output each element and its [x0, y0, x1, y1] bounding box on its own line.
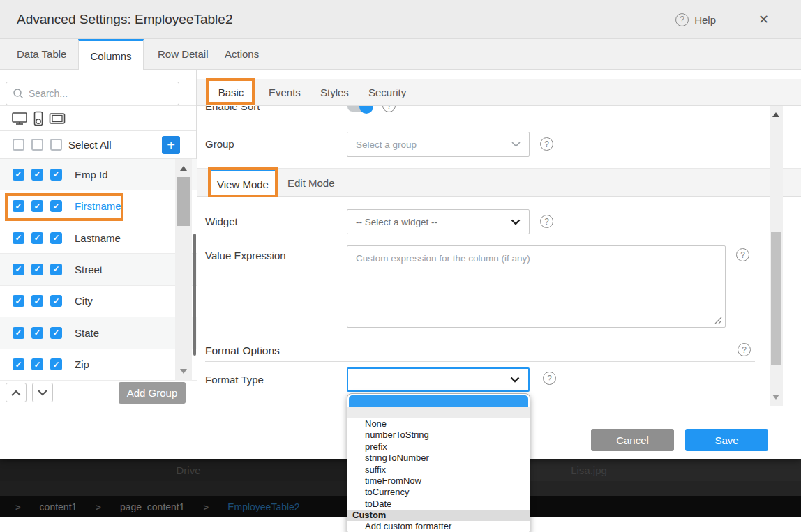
- tab-row-detail[interactable]: Row Detail: [158, 39, 209, 70]
- dropdown-option-selected-empty[interactable]: [349, 395, 528, 407]
- widget-select[interactable]: -- Select a widget --: [347, 209, 530, 234]
- dropdown-option-stringtonumber[interactable]: stringToNumber: [347, 453, 530, 464]
- tablet-icon[interactable]: [49, 112, 66, 125]
- column-label[interactable]: City: [68, 295, 93, 307]
- dialog-body: Select All + Emp Id Firstname Lastname: [0, 70, 801, 406]
- question-circle-icon[interactable]: ?: [540, 137, 553, 151]
- column-row-lastname[interactable]: Lastname: [0, 222, 197, 254]
- question-circle-icon[interactable]: ?: [382, 106, 396, 112]
- scroll-down-icon[interactable]: [180, 369, 187, 374]
- scrollbar-thumb[interactable]: [771, 232, 781, 365]
- column-row-zip[interactable]: Zip: [0, 349, 197, 381]
- move-up-button[interactable]: [6, 383, 27, 402]
- checkbox-desktop[interactable]: [13, 327, 24, 339]
- dropdown-option-none[interactable]: None: [347, 418, 530, 430]
- scroll-up-icon[interactable]: [772, 112, 779, 117]
- question-circle-icon[interactable]: ?: [540, 215, 553, 228]
- resize-handle-icon[interactable]: [714, 317, 722, 324]
- column-row-city[interactable]: City: [0, 286, 197, 317]
- group-select[interactable]: Select a group: [347, 132, 530, 157]
- breadcrumb-item-content1[interactable]: content1: [40, 501, 77, 512]
- dropdown-option-prefix[interactable]: prefix: [347, 441, 530, 453]
- list-scrollbar[interactable]: [175, 159, 192, 381]
- checkbox-desktop[interactable]: [13, 200, 24, 212]
- column-label[interactable]: State: [68, 327, 99, 339]
- save-button[interactable]: Save: [685, 429, 768, 451]
- checkbox-desktop[interactable]: [13, 264, 24, 275]
- checkbox-mobile[interactable]: [31, 295, 43, 307]
- help-label: Help: [694, 14, 716, 26]
- tab-actions[interactable]: Actions: [225, 39, 259, 70]
- question-circle-icon[interactable]: ?: [543, 372, 556, 385]
- select-all-row: Select All +: [0, 131, 196, 159]
- checkbox-tablet[interactable]: [50, 232, 62, 244]
- column-label[interactable]: Street: [68, 264, 103, 275]
- checkbox-desktop[interactable]: [13, 358, 24, 370]
- select-all-tablet-checkbox[interactable]: [50, 139, 62, 151]
- column-row-empid[interactable]: Emp Id: [0, 159, 197, 190]
- checkbox-mobile[interactable]: [31, 358, 43, 370]
- move-down-button[interactable]: [32, 383, 53, 402]
- checkbox-mobile[interactable]: [31, 264, 43, 275]
- checkbox-desktop[interactable]: [13, 169, 24, 181]
- dropdown-option-todate[interactable]: toDate: [347, 499, 530, 510]
- mobile-icon[interactable]: [33, 111, 44, 126]
- column-row-firstname[interactable]: Firstname: [0, 190, 197, 222]
- divider: [205, 361, 755, 362]
- breadcrumb-item-page-content1[interactable]: page_content1: [120, 501, 185, 512]
- column-settings-panel: Basic Events Styles Security Enable Sort…: [197, 70, 801, 406]
- checkbox-mobile[interactable]: [31, 169, 43, 181]
- close-icon[interactable]: ✕: [758, 12, 769, 27]
- help-button[interactable]: ? Help: [675, 0, 716, 39]
- checkbox-mobile[interactable]: [31, 232, 43, 244]
- scroll-down-icon[interactable]: [772, 395, 779, 400]
- checkbox-tablet[interactable]: [50, 327, 62, 339]
- tab-styles[interactable]: Styles: [320, 79, 349, 106]
- checkbox-mobile[interactable]: [31, 327, 43, 339]
- tab-basic[interactable]: Basic: [207, 79, 255, 106]
- column-label[interactable]: Firstname: [68, 200, 121, 212]
- tab-data-table[interactable]: Data Table: [17, 39, 66, 70]
- dropdown-option-add-custom-formatter[interactable]: Add custom formatter: [347, 521, 530, 532]
- checkbox-desktop[interactable]: [13, 232, 24, 244]
- column-row-state[interactable]: State: [0, 317, 197, 349]
- tab-security[interactable]: Security: [368, 79, 406, 106]
- search-input[interactable]: [29, 88, 161, 99]
- column-label[interactable]: Zip: [68, 358, 89, 370]
- dialog-title: Advanced Settings: EmployeeTable2: [17, 0, 232, 39]
- value-expression-textarea[interactable]: [347, 245, 726, 328]
- dropdown-option-numbertostring[interactable]: numberToString: [347, 430, 530, 441]
- format-type-select[interactable]: [347, 367, 530, 392]
- column-label[interactable]: Lastname: [68, 232, 121, 244]
- checkbox-mobile[interactable]: [31, 200, 43, 212]
- select-all-mobile-checkbox[interactable]: [31, 139, 43, 151]
- column-row-street[interactable]: Street: [0, 254, 197, 285]
- checkbox-tablet[interactable]: [50, 169, 62, 181]
- question-circle-icon[interactable]: ?: [736, 248, 749, 261]
- desktop-icon[interactable]: [11, 111, 28, 126]
- tab-view-mode[interactable]: View Mode: [209, 169, 276, 197]
- checkbox-tablet[interactable]: [50, 200, 62, 212]
- add-column-button[interactable]: +: [162, 136, 180, 154]
- tab-edit-mode[interactable]: Edit Mode: [287, 169, 335, 197]
- scrollbar-thumb[interactable]: [177, 177, 190, 226]
- question-circle-icon[interactable]: ?: [738, 343, 751, 356]
- column-label[interactable]: Emp Id: [68, 169, 108, 181]
- checkbox-desktop[interactable]: [13, 295, 24, 307]
- tab-events[interactable]: Events: [269, 79, 301, 106]
- dropdown-option-tocurrency[interactable]: toCurrency: [347, 487, 530, 498]
- cancel-button[interactable]: Cancel: [591, 429, 674, 451]
- add-group-button[interactable]: Add Group: [119, 382, 186, 404]
- tab-columns[interactable]: Columns: [78, 39, 144, 70]
- checkbox-tablet[interactable]: [50, 295, 62, 307]
- breadcrumb-item-employeetable2[interactable]: EmployeeTable2: [227, 501, 300, 512]
- select-all-desktop-checkbox[interactable]: [13, 139, 24, 151]
- dropdown-option-suffix[interactable]: suffix: [347, 464, 530, 476]
- enable-sort-toggle[interactable]: [347, 106, 371, 112]
- checkbox-tablet[interactable]: [50, 264, 62, 275]
- dropdown-option-timefromnow[interactable]: timeFromNow: [347, 476, 530, 487]
- scroll-up-icon[interactable]: [180, 166, 187, 171]
- panel-scrollbar-thumb[interactable]: [193, 234, 196, 356]
- settings-scrollbar[interactable]: [770, 106, 783, 406]
- checkbox-tablet[interactable]: [50, 358, 62, 370]
